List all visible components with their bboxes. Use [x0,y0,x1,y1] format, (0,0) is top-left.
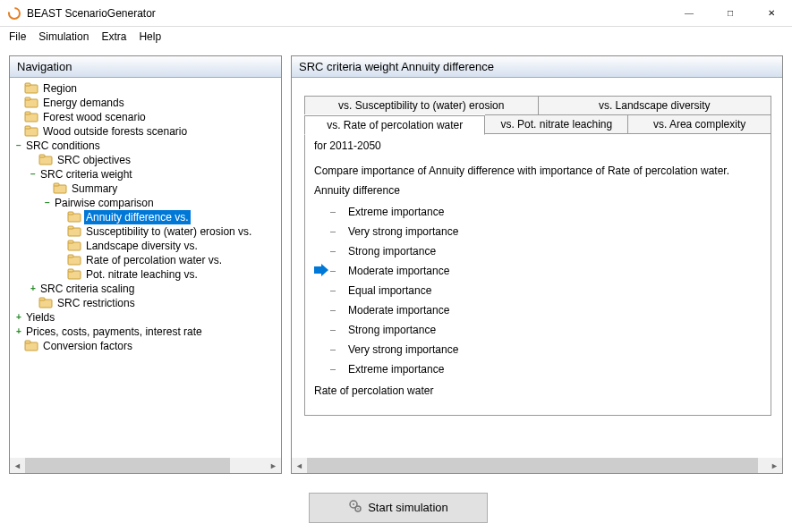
svg-rect-12 [54,183,59,186]
tree-item-srcobjectives[interactable]: SRC objectives [12,153,281,167]
navigation-title: Navigation [10,56,281,78]
tree-item-yields[interactable]: +Yields [12,310,281,325]
scale-label: Moderate importance [348,265,449,277]
scale-option[interactable]: Extreme importance [330,359,762,379]
tree-item-region[interactable]: Region [12,81,281,96]
tree-item-pairwise[interactable]: −Pairwise comparison [12,196,281,210]
svg-rect-2 [25,83,30,86]
folder-icon [24,82,38,95]
folder-icon [67,254,81,266]
tick-icon [330,232,348,232]
scale-label: Extreme importance [348,206,444,218]
tree-item-summary[interactable]: Summary [12,182,281,196]
close-button[interactable]: ✕ [751,0,792,27]
svg-rect-24 [39,298,45,300]
tick-icon [330,271,348,272]
tree-item-srccriteria[interactable]: −SRC criteria weight [12,167,281,182]
scale-option[interactable]: Very strong importance [330,340,762,359]
menu-simulation[interactable]: Simulation [33,29,94,45]
svg-point-0 [9,8,20,19]
minimize-button[interactable]: — [669,0,710,27]
collapse-icon[interactable]: − [42,196,53,210]
menu-extra[interactable]: Extra [96,29,132,45]
svg-point-31 [357,508,359,510]
tree-item-woodoutside[interactable]: Wood outside forests scenario [12,124,281,139]
tree-item-nitrate[interactable]: Pot. nitrate leaching vs. [12,267,281,282]
importance-scale[interactable]: Extreme importanceVery strong importance… [330,202,762,379]
folder-icon [24,97,38,109]
scale-option[interactable]: Very strong importance [330,222,762,241]
folder-icon [67,211,81,224]
scale-option[interactable]: Strong importance [330,241,762,261]
top-scale-label: Annuity difference [314,184,762,197]
collapse-icon[interactable]: − [28,167,38,182]
tree-item-forest[interactable]: Forest wood scenario [12,110,281,124]
scale-label: Very strong importance [348,225,458,238]
folder-icon [38,297,53,309]
pointer-icon [314,264,328,279]
tab-content: for 2011-2050 Compare importance of Annu… [304,134,771,416]
tree-item-percolation[interactable]: Rate of percolation water vs. [12,253,281,267]
tab-susceptibility[interactable]: vs. Susceptibility to (water) erosion [304,96,539,114]
tick-icon [330,212,348,213]
tree-item-energy[interactable]: Energy demands [12,96,281,110]
scroll-left-icon[interactable]: ◄ [292,458,307,473]
tree-item-susceptibility[interactable]: Susceptibility to (water) erosion vs. [12,224,281,239]
expand-icon[interactable]: + [28,282,38,296]
tick-icon [330,310,348,311]
navigation-panel: Navigation Region Energy demands Forest … [9,55,282,474]
collapse-icon[interactable]: − [13,139,24,153]
svg-rect-26 [25,341,30,343]
bottom-scale-label: Rate of percolation water [314,384,762,397]
nav-scrollbar[interactable]: ◄ ► [10,458,281,473]
scroll-right-icon[interactable]: ► [266,458,281,473]
scale-option[interactable]: Equal importance [330,281,762,300]
tick-icon [330,291,348,291]
svg-rect-6 [25,112,30,114]
tab-area[interactable]: vs. Area complexity [628,114,771,134]
tick-icon [330,350,348,350]
start-simulation-button[interactable]: Start simulation [309,493,488,523]
scale-option[interactable]: Moderate importance [330,261,762,281]
menu-help[interactable]: Help [133,29,166,45]
svg-rect-18 [68,241,73,243]
compare-text: Compare importance of Annuity difference… [314,165,762,177]
scale-label: Extreme importance [348,363,444,376]
scroll-right-icon[interactable]: ► [767,458,782,473]
tree-item-conversion[interactable]: Conversion factors [12,339,281,353]
main-panel: SRC criteria weight Annuity difference v… [291,55,783,474]
svg-rect-20 [68,255,73,258]
scale-label: Very strong importance [348,343,458,356]
tick-icon [330,251,348,252]
gear-icon [348,499,362,516]
tab-percolation[interactable]: vs. Rate of percolation water [304,115,485,135]
svg-rect-4 [25,97,30,100]
scroll-left-icon[interactable]: ◄ [10,458,25,473]
tree-item-prices[interactable]: +Prices, costs, payments, interest rate [12,325,281,339]
tree-item-scaling[interactable]: +SRC criteria scaling [12,282,281,296]
scale-option[interactable]: Strong importance [330,320,762,340]
navigation-tree[interactable]: Region Energy demands Forest wood scenar… [12,80,281,464]
tree-item-srcconditions[interactable]: −SRC conditions [12,139,281,153]
folder-icon [24,125,38,138]
scale-option[interactable]: Moderate importance [330,300,762,320]
main-scrollbar[interactable]: ◄ ► [292,458,782,473]
tab-nitrate[interactable]: vs. Pot. nitrate leaching [485,114,628,134]
scale-label: Strong importance [348,245,436,258]
folder-icon [67,268,81,281]
expand-icon[interactable]: + [13,310,24,325]
tab-landscape[interactable]: vs. Landscape diversity [539,96,772,114]
tick-icon [330,369,348,370]
tree-item-annuity[interactable]: Annuity difference vs. [12,210,281,224]
expand-icon[interactable]: + [13,325,24,339]
period-label: for 2011-2050 [314,139,762,152]
main-title: SRC criteria weight Annuity difference [292,56,782,78]
tree-item-restrictions[interactable]: SRC restrictions [12,296,281,310]
svg-point-30 [353,503,354,505]
svg-rect-16 [68,226,73,229]
scale-option[interactable]: Extreme importance [330,202,762,222]
menu-file[interactable]: File [4,29,31,45]
maximize-button[interactable]: □ [710,0,751,27]
tick-icon [330,330,348,331]
tree-item-landscape[interactable]: Landscape diversity vs. [12,239,281,253]
